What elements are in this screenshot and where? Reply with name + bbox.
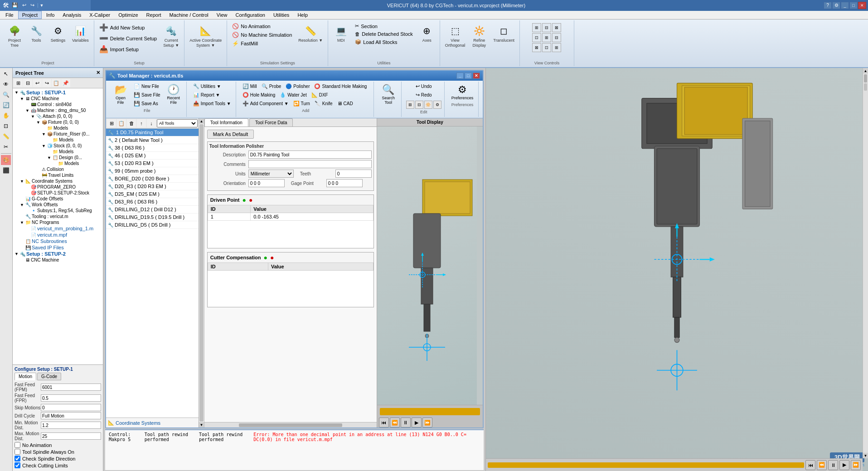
tm-btn-search-tool[interactable]: 🔍 SearchTool [378,83,398,106]
tm-btn-mill[interactable]: 🔄 Mill [241,83,259,90]
menu-analysis[interactable]: Analysis [59,11,85,19]
tree-tb-down[interactable]: ↪ [42,79,51,87]
tree-node-design[interactable]: ▼📋Design (0... [46,155,102,160]
tm-btn-polisher[interactable]: 🔵 Polisher [284,83,311,90]
tm-btn-help[interactable]: 📖 Tool ManagerHelp [483,83,484,111]
tm-btn-open-file[interactable]: 📂 OpenFile [111,83,131,106]
playback-prev-btn[interactable]: ⏪ [390,418,400,427]
configure-input-max-motion[interactable] [41,432,101,440]
tool-item-d20-r3[interactable]: 🔧 D20_R3 ( D20 R3 EM ) [106,183,199,190]
configure-tab-gcode[interactable]: G-Code [37,373,61,380]
ribbon-btn-no-machine-sim[interactable]: 🚫 No Machine Simulation [230,31,294,39]
ribbon-btn-variables[interactable]: 📊 Variables [70,22,91,44]
menu-configuration[interactable]: Configuration [232,11,268,19]
view-ctrl-btn-4[interactable]: ⊡ [532,33,541,42]
ribbon-btn-add-setup[interactable]: ➕ Add New Setup [97,22,159,33]
playback-play-btn[interactable]: ▶ [412,418,422,427]
tree-tb-paste[interactable]: 📌 [61,79,70,87]
tm-btn-cad[interactable]: 🖥 CAD [335,100,355,107]
tl-sort-select[interactable]: All Tools [157,119,198,127]
project-tree-close-icon[interactable]: ✕ [96,70,100,76]
tool-item-d25-em[interactable]: 🔧 D25_EM ( D25 EM ) [106,190,199,198]
tree-node-setup2[interactable]: ▼🔩 Setup : SETUP-2 [14,251,102,257]
left-tb-zoom-in[interactable]: 🔍 [1,90,11,100]
tree-node-travel-limits[interactable]: 🚧Travel Limits [35,172,102,178]
tree-node-models2[interactable]: 📁Models [46,137,102,143]
ribbon-btn-refine-display[interactable]: 🔆 RefineDisplay [469,22,489,49]
configure-input-drill-cycle[interactable] [41,412,101,419]
ribbon-btn-current-setup[interactable]: 🔩 CurrentSetup ▼ [161,22,181,49]
view-ctrl-btn-1[interactable]: ⊞ [532,23,541,32]
playback-pause-btn[interactable]: ⏸ [401,418,411,427]
left-tb-view[interactable]: 👁 [1,79,11,89]
tool-tab-info[interactable]: Tool Information [204,118,248,126]
tm-btn-add-component[interactable]: ➕ Add Component ▼ [241,100,291,107]
left-tb-cut[interactable]: ✂ [1,142,11,152]
menu-report[interactable]: Report [143,11,165,19]
tm-edit-btn-2[interactable]: ⊟ [415,101,423,109]
tree-node-cnc-machine2[interactable]: 🖥CNC Machine [19,257,102,263]
left-tb-toggle[interactable]: ⬛ [1,165,11,175]
cutter-comp-add-btn[interactable]: ● [264,254,267,261]
configure-input-fast-feed-fpm[interactable] [41,384,101,391]
tm-restore-btn[interactable]: □ [465,73,472,79]
tree-node-nc-subroutines[interactable]: 📋NC Subroutines [19,238,102,244]
tree-node-setup1[interactable]: ▼🔩 Setup : SETUP-1 [14,89,102,96]
tree-node-fixture[interactable]: ▼📦Fixture (0, 0, 0) [35,119,102,125]
field-units-select[interactable]: Millimeter Inch [248,170,294,178]
tool-item-2[interactable]: 🔧 2 ( Default New Tool ) [106,136,199,144]
field-description-input[interactable] [248,151,372,159]
tm-btn-utilities[interactable]: 🔧 Utilities ▼ [191,83,223,90]
view-ctrl-btn-3[interactable]: ⊠ [552,23,561,32]
tool-item-53[interactable]: 🔧 53 ( D20 R3 EM ) [106,160,199,167]
tl-btn-3[interactable]: 🗑 [127,119,136,127]
tm-btn-save-as[interactable]: 💾 Save As [132,100,162,107]
tool-item-drilling-d5[interactable]: 🔧 DRILLING_D5 ( D5 Drill ) [106,221,199,229]
configure-input-min-motion[interactable] [41,422,101,429]
tool-list-scrollbar[interactable]: ▲ ▼ [199,118,204,427]
left-tb-measure[interactable]: 📏 [1,131,11,141]
tool-item-46[interactable]: 🔧 46 ( D25 EM ) [106,152,199,160]
vp-forward-btn[interactable]: ⏩ [851,460,861,470]
ribbon-btn-import-setup[interactable]: 📥 Import Setup [97,44,159,54]
timeline-bar[interactable] [380,408,480,415]
checkbox-spindle-on-input[interactable] [15,449,20,455]
tm-close-btn[interactable]: ✕ [473,73,480,79]
checkbox-no-animation-input[interactable] [15,442,20,448]
tm-btn-import-tools[interactable]: 📥 Import Tools ▼ [191,100,233,107]
tree-node-nc-programs[interactable]: ▼📁NC Programs [19,219,102,225]
tree-node-attach[interactable]: ▼📎Attach (0, 0, 0) [30,113,102,119]
left-tb-select[interactable]: ↖ [1,69,11,79]
app-help-btn[interactable]: ? [824,2,832,9]
app-settings-btn[interactable]: ⚙ [832,2,840,9]
coord-systems-link[interactable]: 📐 Coordinate Systems [108,420,197,426]
tm-btn-dxf[interactable]: 📐 DXF [310,91,330,99]
field-gage-point-input[interactable] [326,179,363,187]
tree-node-tooling[interactable]: 🔧Tooling : vericut.m [19,214,102,219]
tm-minimize-btn[interactable]: _ [456,73,464,79]
viewport-vscroll[interactable]: ▲ ▼ [863,68,868,458]
app-minimize-btn[interactable]: _ [841,2,849,9]
vp-pause-btn[interactable]: ⏸ [828,460,838,470]
vp-prev-btn[interactable]: ⏪ [817,460,827,470]
tree-node-coord-systems[interactable]: ▼📐Coordinate Systems [19,178,102,184]
tl-btn-2[interactable]: 📋 [117,119,126,127]
menu-project[interactable]: Project [18,11,42,19]
viewport-timeline[interactable] [488,462,804,468]
tm-edit-btn-3[interactable]: 🔆 [424,101,432,109]
menu-machine-control[interactable]: Machine / Control [166,11,212,19]
tree-node-models4[interactable]: 📁Models [52,160,102,166]
tree-tb-up[interactable]: ↩ [33,79,42,87]
tool-item-d63-r6[interactable]: 🔧 D63_R6 ( D63 R6 ) [106,198,199,206]
driven-point-row-1[interactable]: 1 0.0 -163.45 [208,213,373,221]
ribbon-btn-no-animation[interactable]: 🚫 No Animation [230,22,294,30]
tm-btn-recent-file[interactable]: 🕐 RecentFile [164,83,184,106]
app-restore-btn[interactable]: □ [849,2,858,9]
tool-item-1[interactable]: 🔧 1 D0.75 Painting Tool [106,129,199,136]
tree-tb-collapse[interactable]: ⊟ [23,79,32,87]
tm-edit-btn-1[interactable]: ⊞ [406,101,414,109]
configure-input-fast-feed-fpr[interactable] [41,394,101,402]
tm-btn-preferences[interactable]: ⚙ Preferences [449,83,476,102]
configure-input-skip-motions[interactable] [41,404,101,411]
tree-node-collision[interactable]: ⚠Collision [35,166,102,172]
